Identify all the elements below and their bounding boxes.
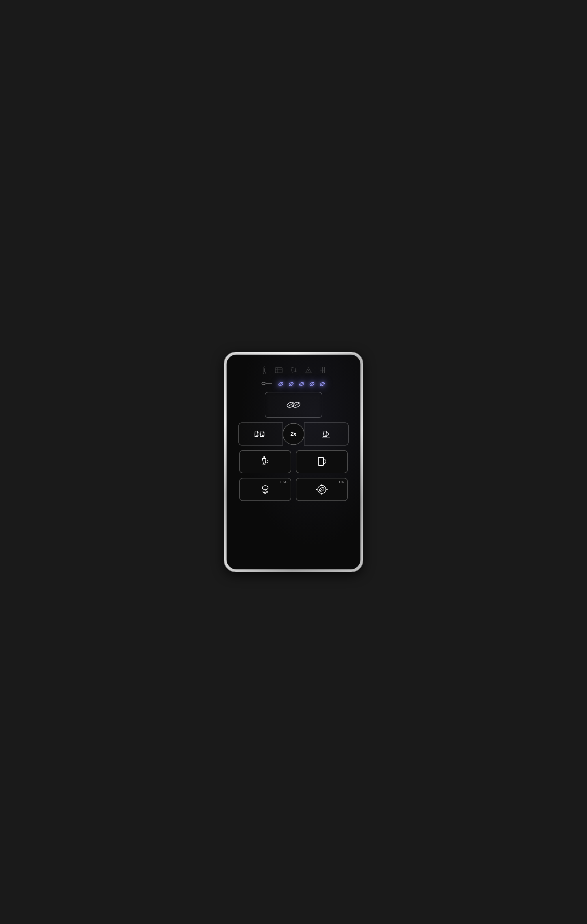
esc-ok-row: ESC OK (235, 478, 352, 501)
bean-level-2[interactable] (288, 381, 294, 387)
water-level-icon (275, 367, 283, 374)
warning-icon (305, 367, 312, 374)
machine-panel: 2x (224, 352, 363, 572)
single-shot-button[interactable] (304, 422, 349, 446)
filter-icon (320, 367, 325, 375)
double-multiplier-button[interactable]: 2x (283, 423, 304, 445)
control-panel: 2x (227, 355, 360, 569)
double-shot-row: 2x (235, 422, 352, 446)
bean-level-4[interactable] (309, 381, 315, 387)
lungo-button[interactable] (296, 450, 348, 473)
esc-label: ESC (280, 480, 288, 483)
double-left-button[interactable] (238, 422, 283, 446)
temperature-icon (262, 366, 267, 375)
svg-point-42 (265, 492, 266, 494)
svg-rect-39 (318, 457, 324, 465)
svg-point-12 (308, 371, 309, 372)
bean-level-5[interactable] (319, 381, 326, 387)
svg-rect-8 (291, 367, 296, 372)
bean-strength-row (261, 381, 326, 387)
svg-rect-3 (275, 368, 282, 373)
double-espresso-button[interactable] (265, 392, 322, 418)
espresso-lungo-row (235, 450, 352, 473)
esc-button[interactable]: ESC (239, 478, 291, 501)
strength-label-icon (261, 381, 272, 387)
ok-label: OK (339, 480, 344, 483)
double-multiplier-label: 2x (291, 431, 296, 437)
bean-level-3[interactable] (298, 381, 305, 387)
cleaning-icon (291, 367, 297, 375)
svg-point-41 (263, 491, 264, 493)
svg-point-40 (262, 486, 268, 490)
svg-point-43 (266, 491, 268, 493)
ok-button[interactable]: OK (296, 478, 348, 501)
bean-level-1[interactable] (278, 381, 284, 387)
svg-point-18 (262, 382, 266, 384)
status-icons-row (262, 366, 325, 375)
svg-line-47 (319, 488, 324, 491)
espresso-button[interactable] (239, 450, 291, 473)
